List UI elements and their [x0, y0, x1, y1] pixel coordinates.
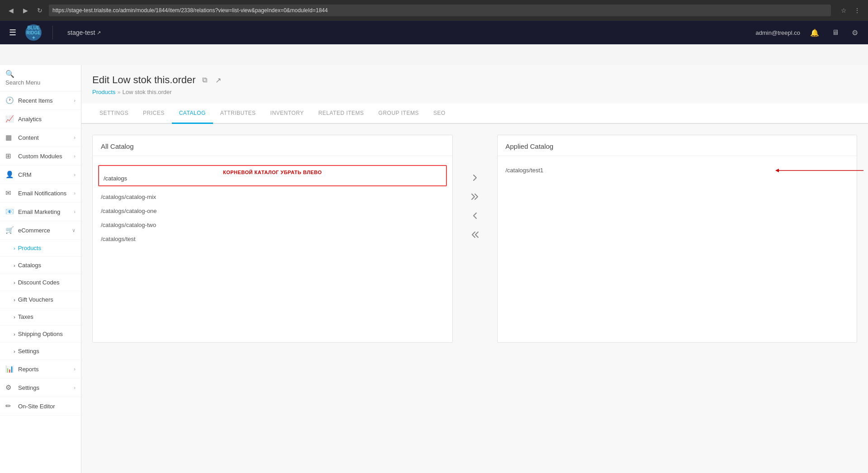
back-button[interactable]: ◀ — [5, 5, 16, 16]
applied-catalog-title: Applied Catalog — [498, 135, 857, 156]
url-bar[interactable] — [49, 5, 831, 16]
reports-icon: 📊 — [5, 365, 14, 373]
chevron-right-icon: › — [74, 153, 76, 159]
applied-catalog-list: /catalogs/test1 — [498, 156, 857, 184]
layout-body: 🔍 🕐 Recent Items › 📈 Analytics ▦ Content… — [0, 65, 868, 473]
search-icon: 🔍 — [5, 70, 14, 78]
sidebar-item-discount-codes[interactable]: › Discount Codes — [0, 274, 81, 291]
content-icon: ▦ — [5, 133, 14, 142]
chevron-right-icon: › — [74, 98, 76, 103]
breadcrumb-separator: » — [117, 89, 120, 95]
custom-modules-icon: ⊞ — [5, 152, 14, 160]
top-nav: ☰ BLUERIDGE✦ stage-test ↗ admin@treepl.c… — [0, 21, 868, 44]
breadcrumb-current: Low stok this.order — [123, 89, 172, 95]
crm-icon: 👤 — [5, 170, 14, 179]
page-title: Edit Low stok this.order — [92, 74, 196, 86]
hamburger-button[interactable]: ☰ — [7, 26, 18, 39]
sidebar-item-on-site-editor[interactable]: ✏ On-Site Editor — [0, 397, 81, 416]
arrow-icon: › — [14, 349, 15, 354]
search-input[interactable] — [5, 79, 64, 86]
bell-button[interactable]: 🔔 — [807, 27, 822, 39]
copy-button[interactable]: ⧉ — [200, 75, 209, 85]
sidebar-item-content[interactable]: ▦ Content › — [0, 128, 81, 147]
settings-button[interactable]: ⚙ — [849, 27, 861, 39]
logo-area: BLUERIDGE✦ — [25, 24, 42, 41]
email-notifications-icon: ✉ — [5, 189, 14, 197]
sidebar-item-taxes[interactable]: › Taxes — [0, 308, 81, 326]
catalog-layout: All Catalog КОРНЕВОЙ КАТАЛОГ УБРАТЬ ВЛЕВ… — [92, 135, 857, 343]
email-marketing-icon: 📧 — [5, 208, 14, 216]
sidebar-item-analytics[interactable]: 📈 Analytics — [0, 110, 81, 128]
sidebar-item-gift-vouchers[interactable]: › Gift Vouchers — [0, 291, 81, 308]
highlight-text: КОРНЕВОЙ КАТАЛОГ УБРАТЬ ВЛЕВО — [104, 170, 441, 175]
breadcrumb: Products » Low stok this.order — [92, 89, 857, 95]
arrow-icon: › — [14, 314, 15, 320]
tab-inventory[interactable]: INVENTORY — [263, 104, 311, 124]
recent-items-icon: 🕐 — [5, 96, 14, 104]
chevron-right-icon: › — [74, 366, 76, 372]
monitor-button[interactable]: 🖥 — [829, 27, 842, 38]
catalog-item-root[interactable]: КОРНЕВОЙ КАТАЛОГ УБРАТЬ ВЛЕВО /catalogs — [98, 165, 447, 186]
move-all-right-button[interactable] — [465, 190, 484, 203]
sidebar-item-label: eCommerce — [18, 227, 50, 234]
sidebar-item-ecommerce[interactable]: 🛒 eCommerce ∨ — [0, 221, 81, 240]
catalog-item-one[interactable]: /catalogs/catalog-one — [93, 204, 452, 218]
move-left-button[interactable] — [466, 209, 484, 222]
sidebar-item-label: Email Notifications — [18, 190, 66, 197]
menu-icon[interactable]: ⋮ — [852, 5, 863, 16]
arrow-icon: › — [14, 297, 15, 303]
site-name-button[interactable]: stage-test ↗ — [64, 27, 104, 38]
chevron-right-icon: › — [74, 190, 76, 196]
reload-button[interactable]: ↻ — [34, 5, 45, 16]
sidebar-item-email-notifications[interactable]: ✉ Email Notifications › — [0, 184, 81, 203]
applied-catalog-panel: Applied Catalog /catalogs/test1 — [497, 135, 858, 343]
tab-settings[interactable]: SETTINGS — [92, 104, 136, 124]
sidebar-item-recent-items[interactable]: 🕐 Recent Items › — [0, 91, 81, 110]
tab-group-items[interactable]: GROUP ITEMS — [371, 104, 426, 124]
arrow-icon: › — [14, 331, 15, 337]
sidebar-item-label: Discount Codes — [18, 279, 60, 286]
sidebar-item-label: Shipping Options — [18, 331, 63, 337]
sidebar-item-settings[interactable]: ⚙ Settings › — [0, 378, 81, 397]
catalog-path: /catalogs — [104, 175, 127, 182]
chevron-right-icon: › — [74, 385, 76, 390]
sidebar-item-settings-sub[interactable]: › Settings — [0, 343, 81, 360]
analytics-icon: 📈 — [5, 115, 14, 123]
sidebar-item-label: On-Site Editor — [18, 403, 55, 410]
arrow-icon: › — [14, 263, 15, 268]
move-all-left-button[interactable] — [465, 228, 484, 241]
catalog-item-test[interactable]: /catalogs/test — [93, 232, 452, 246]
tab-prices[interactable]: PRICES — [136, 104, 172, 124]
catalog-item-mix[interactable]: /catalogs/catalog-mix — [93, 190, 452, 204]
sidebar-item-catalogs[interactable]: › Catalogs — [0, 257, 81, 274]
sidebar-item-label: Email Marketing — [18, 208, 60, 215]
tab-catalog[interactable]: CATALOG — [172, 104, 213, 124]
external-link-button[interactable]: ↗ — [213, 75, 223, 85]
breadcrumb-products-link[interactable]: Products — [92, 89, 115, 95]
bookmark-icon[interactable]: ☆ — [838, 5, 849, 16]
chevron-right-icon: › — [74, 172, 76, 177]
sidebar-item-products[interactable]: › Products — [0, 240, 81, 257]
catalog-arrows — [464, 135, 486, 241]
catalog-item-two[interactable]: /catalogs/catalog-two — [93, 218, 452, 232]
sidebar-item-custom-modules[interactable]: ⊞ Custom Modules › — [0, 147, 81, 166]
svg-marker-1 — [775, 169, 779, 172]
move-right-button[interactable] — [466, 171, 484, 184]
external-link-icon: ↗ — [97, 30, 101, 36]
arrow-icon: › — [14, 280, 15, 285]
applied-item-test1[interactable]: /catalogs/test1 — [498, 161, 857, 179]
logo-icon: BLUERIDGE✦ — [25, 24, 42, 41]
sidebar-item-crm[interactable]: 👤 CRM › — [0, 166, 81, 184]
tabs-bar: SETTINGS PRICES CATALOG ATTRIBUTES INVEN… — [81, 104, 868, 124]
sidebar-item-shipping-options[interactable]: › Shipping Options — [0, 326, 81, 343]
tab-related-items[interactable]: RELATED ITEMS — [311, 104, 371, 124]
sidebar-item-email-marketing[interactable]: 📧 Email Marketing › — [0, 203, 81, 221]
tab-attributes[interactable]: ATTRIBUTES — [213, 104, 263, 124]
all-catalog-list: КОРНЕВОЙ КАТАЛОГ УБРАТЬ ВЛЕВО /catalogs … — [93, 156, 452, 251]
sidebar-item-reports[interactable]: 📊 Reports › — [0, 360, 81, 378]
all-catalog-title: All Catalog — [93, 135, 452, 156]
sidebar-item-label: Custom Modules — [18, 153, 62, 160]
sidebar-search-container: 🔍 — [0, 65, 81, 91]
tab-seo[interactable]: SEO — [426, 104, 453, 124]
forward-button[interactable]: ▶ — [20, 5, 31, 16]
